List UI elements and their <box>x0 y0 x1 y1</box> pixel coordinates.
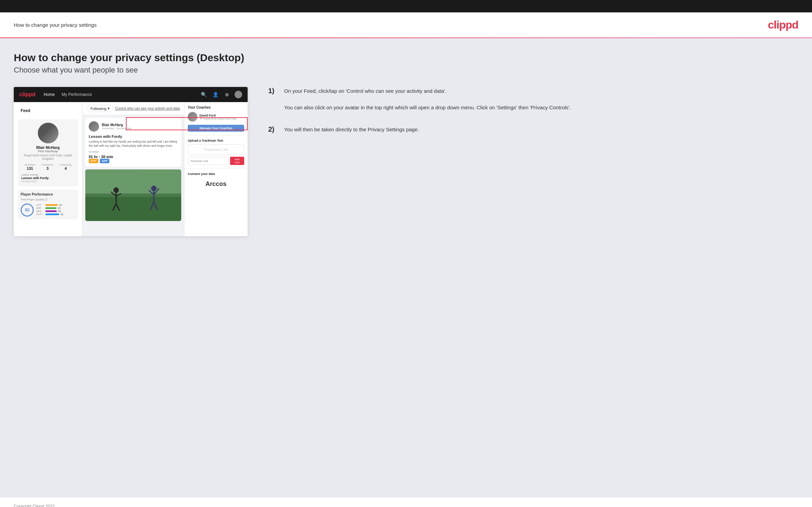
stat-activities-value: 131 <box>24 166 35 170</box>
trackman-placeholder: Trackman Link <box>188 144 244 155</box>
stat-followers: Followers 3 <box>42 163 53 170</box>
profile-handicap: Plus Handicap <box>21 150 75 153</box>
profile-club: Royal North Devon Golf Club, United King… <box>21 154 75 161</box>
chevron-down-icon: ▾ <box>108 106 110 111</box>
avatar-icon[interactable] <box>235 91 242 98</box>
profile-card: Blair McHarg Plus Handicap Royal North D… <box>18 119 78 186</box>
latest-date: 03 Aug 2022 <box>21 180 75 183</box>
anno-number-1: 1) <box>268 87 279 112</box>
bar-arg: ARG 86 <box>36 210 75 212</box>
svg-rect-2 <box>85 197 181 221</box>
coach-item: David Ford 📍 Royal North Devon Golf Club <box>188 112 244 122</box>
following-button[interactable]: Following ▾ <box>87 105 113 112</box>
coach-avatar <box>188 112 197 122</box>
coaches-title: Your Coaches <box>188 106 244 109</box>
svg-rect-1 <box>85 169 181 194</box>
video-preview <box>85 169 181 221</box>
app-nav-logo: clippd <box>19 91 35 98</box>
tag-ott: OTT <box>89 159 98 163</box>
app-sidebar: Feed Blair McHarg Plus Handicap Royal No… <box>14 102 83 236</box>
stat-followers-value: 3 <box>42 166 53 170</box>
anno-number-2: 2) <box>268 125 279 134</box>
anno-text-1: On your Feed, click/tap on 'Control who … <box>284 87 571 112</box>
feed-post: Blair McHarg Yesterday · Sunningdale Les… <box>85 118 181 167</box>
perf-title: Player Performance <box>21 192 75 196</box>
stat-following-value: 4 <box>60 166 72 170</box>
connect-section: Connect your data Arccos <box>184 169 248 194</box>
quality-bars: OTT 90 APP 85 ARG <box>36 204 75 216</box>
top-bar <box>0 0 812 12</box>
quality-label: Total Player Quality ⓘ <box>21 198 75 201</box>
profile-stats: Activities 131 Followers 3 Following 4 <box>21 163 75 170</box>
content-columns: clippd Home My Performance 🔍 👤 ⊕ Feed <box>14 87 798 236</box>
anno-text-2: You will then be taken directly to the P… <box>284 125 419 134</box>
post-desc: Looking to feel like my hands are exitin… <box>89 140 178 148</box>
profile-name: Blair McHarg <box>21 145 75 150</box>
post-duration-value: 01 hr : 30 min <box>89 155 178 159</box>
quality-row: 92 OTT 90 APP 85 <box>21 203 75 217</box>
quality-score: 92 <box>21 203 34 217</box>
post-avatar <box>89 121 99 132</box>
golf-scene-svg <box>85 169 181 221</box>
trackman-input[interactable] <box>188 157 229 165</box>
stat-activities: Activities 131 <box>24 163 35 170</box>
post-title: Lesson with Fordy <box>89 134 178 139</box>
annotations: 1) On your Feed, click/tap on 'Control w… <box>261 87 798 147</box>
nav-links: Home My Performance <box>44 92 199 97</box>
manage-coaches-button[interactable]: Manage Your Coaches <box>188 125 244 132</box>
stat-followers-label: Followers <box>42 163 53 166</box>
person-icon[interactable]: 👤 <box>211 90 219 99</box>
location-pin-icon: 📍 <box>199 117 203 120</box>
app-right-panel: Your Coaches David Ford 📍 Royal North De… <box>184 102 248 236</box>
player-performance: Player Performance Total Player Quality … <box>18 190 78 219</box>
post-tags: OTT APP <box>89 159 178 163</box>
profile-avatar-bg <box>38 123 58 143</box>
stat-following-label: Following <box>60 163 72 166</box>
latest-label: Latest Activity <box>21 173 75 176</box>
arccos-brand: Arccos <box>188 178 244 190</box>
post-meta: Yesterday · Sunningdale <box>102 127 131 130</box>
add-link-button[interactable]: Add Link <box>230 157 244 165</box>
svg-point-9 <box>151 186 156 191</box>
location-icon[interactable]: ⊕ <box>223 90 231 99</box>
breadcrumb: How to change your privacy settings <box>14 22 97 28</box>
app-feed: Following ▾ Control who can see your act… <box>83 102 184 236</box>
annotation-1: 1) On your Feed, click/tap on 'Control w… <box>268 87 791 112</box>
post-header: Blair McHarg Yesterday · Sunningdale <box>89 121 178 132</box>
annotation-2: 2) You will then be taken directly to th… <box>268 125 791 134</box>
feed-tab[interactable]: Feed <box>18 106 78 115</box>
latest-title: Lesson with Fordy <box>21 176 75 180</box>
bar-app: APP 85 <box>36 207 75 209</box>
upload-title: Upload a Trackman Test <box>188 139 244 142</box>
nav-link-home[interactable]: Home <box>44 92 55 97</box>
stat-activities-label: Activities <box>24 163 35 166</box>
app-body: Feed Blair McHarg Plus Handicap Royal No… <box>14 102 248 236</box>
main-content: How to change your privacy settings (Des… <box>0 38 812 497</box>
footer-copyright: Copyright Clippd 2022 <box>14 504 55 507</box>
page-subtitle: Choose what you want people to see <box>14 66 798 75</box>
app-screenshot: clippd Home My Performance 🔍 👤 ⊕ Feed <box>14 87 248 236</box>
latest-activity: Latest Activity Lesson with Fordy 03 Aug… <box>21 173 75 183</box>
coach-name: David Ford <box>199 114 237 117</box>
logo: clippd <box>768 19 798 31</box>
bar-ott: OTT 90 <box>36 204 75 206</box>
profile-avatar <box>38 123 58 143</box>
page-title: How to change your privacy settings (Des… <box>14 52 798 64</box>
coaches-section: Your Coaches David Ford 📍 Royal North De… <box>184 102 248 135</box>
upload-section: Upload a Trackman Test Trackman Link Add… <box>184 135 248 169</box>
connect-title: Connect your data <box>188 172 244 176</box>
header: How to change your privacy settings clip… <box>0 12 812 37</box>
feed-header: Following ▾ Control who can see your act… <box>83 102 184 115</box>
post-duration-label: Duration <box>89 150 178 153</box>
coach-club: 📍 Royal North Devon Golf Club <box>199 117 237 120</box>
control-privacy-link[interactable]: Control who can see your activity and da… <box>115 107 180 110</box>
stat-following: Following 4 <box>60 163 72 170</box>
nav-icons: 🔍 👤 ⊕ <box>199 90 242 99</box>
post-user: Blair McHarg <box>102 123 131 127</box>
following-label: Following <box>90 107 106 111</box>
footer: Copyright Clippd 2022 <box>0 497 812 507</box>
tag-app: APP <box>100 159 109 163</box>
app-nav: clippd Home My Performance 🔍 👤 ⊕ <box>14 87 248 102</box>
nav-link-performance[interactable]: My Performance <box>62 92 92 97</box>
search-icon[interactable]: 🔍 <box>199 90 208 99</box>
